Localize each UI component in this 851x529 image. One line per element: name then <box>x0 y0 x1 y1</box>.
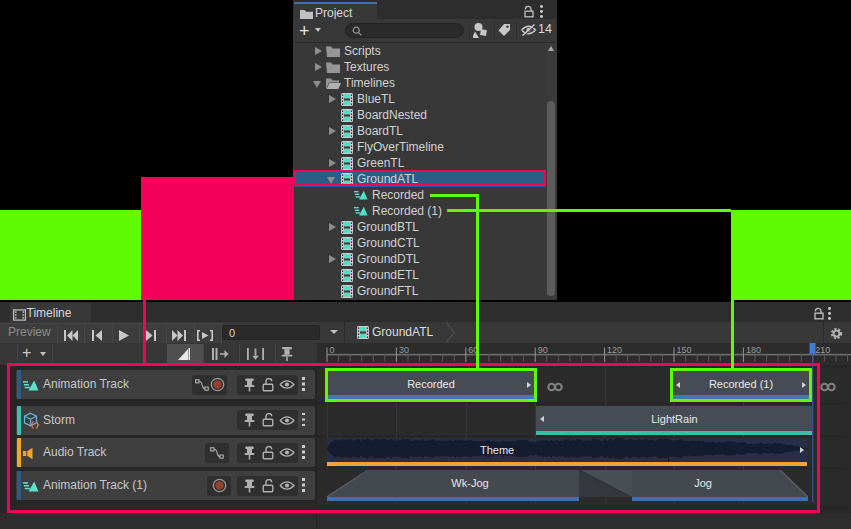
svg-text:0: 0 <box>330 345 335 355</box>
svg-text:30: 30 <box>399 345 409 355</box>
svg-text:90: 90 <box>538 345 548 355</box>
svg-text:60: 60 <box>468 345 478 355</box>
svg-text:120: 120 <box>607 345 622 355</box>
svg-text:210: 210 <box>815 345 830 355</box>
svg-text:150: 150 <box>677 345 692 355</box>
svg-text:180: 180 <box>746 345 761 355</box>
